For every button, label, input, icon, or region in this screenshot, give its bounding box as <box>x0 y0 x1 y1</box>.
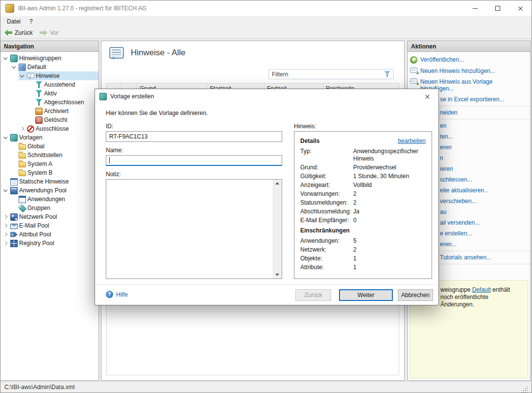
dialog-title: Vorlage erstellen <box>110 93 154 100</box>
tree-item[interactable]: Statische Hinweise <box>0 177 98 186</box>
einschraenkungen-heading: Einschränkungen <box>300 227 426 234</box>
tree-item[interactable]: Hinweise <box>0 71 98 80</box>
back-button[interactable]: Zurück <box>4 29 33 36</box>
tree-item-inner: System A <box>10 160 98 168</box>
tree-item[interactable]: Netzwerk Pool <box>0 212 98 221</box>
restriction-row-value: 1 <box>353 264 426 271</box>
tree-item[interactable]: Default <box>0 63 98 71</box>
chevron-right-icon[interactable] <box>2 222 9 229</box>
window-controls <box>464 0 532 16</box>
detail-row: Grund: Providerwechsel <box>300 164 426 171</box>
chevron-icon[interactable] <box>27 99 34 106</box>
action-link-partial-label: eren <box>440 144 452 151</box>
restriction-row-label: Objekte: <box>300 255 353 262</box>
tree-item[interactable]: System B <box>0 168 98 177</box>
filter-input[interactable]: Filtern <box>268 69 394 79</box>
tree-item[interactable]: Vorlagen <box>0 133 98 142</box>
name-input[interactable] <box>106 155 282 166</box>
chevron-icon[interactable] <box>27 81 34 88</box>
tree-item[interactable]: Abgeschlossen <box>0 98 98 107</box>
chevron-right-icon[interactable] <box>2 240 9 247</box>
tree-item[interactable]: Schnittstellen <box>0 151 98 160</box>
bearbeiten-link[interactable]: bearbeiten <box>398 138 426 144</box>
tree-item[interactable]: E-Mail Pool <box>0 221 98 230</box>
tree-item[interactable]: Gelöscht <box>0 116 98 124</box>
close-button[interactable] <box>509 0 532 16</box>
chevron-icon[interactable] <box>27 116 34 123</box>
tree-item[interactable]: Attribut Pool <box>0 230 98 239</box>
tree-item[interactable]: Gruppen <box>0 204 98 212</box>
maximize-button[interactable] <box>486 0 509 16</box>
weiter-button[interactable]: Weiter <box>339 289 393 301</box>
chevron-icon[interactable] <box>10 205 17 211</box>
tree-item[interactable]: Aktiv <box>0 89 98 98</box>
chevron-right-icon[interactable] <box>2 213 9 220</box>
chevron-icon[interactable] <box>10 169 17 176</box>
tree-item[interactable]: Hinweisgruppen <box>0 54 98 63</box>
tree-item-label: Abgeschlossen <box>44 99 84 106</box>
help-link[interactable]: Hilfe <box>106 291 128 298</box>
minimize-button[interactable] <box>464 0 486 16</box>
chevron-right-icon[interactable] <box>19 125 25 132</box>
detail-row: Gültigkeit: 1 Stunde, 30 Minuten <box>300 173 426 180</box>
action-link-partial-label: neiden <box>440 109 458 116</box>
chevron-icon[interactable] <box>27 90 34 97</box>
tree-item[interactable]: Global <box>0 142 98 151</box>
notiz-textarea[interactable] <box>106 179 282 279</box>
menu-help[interactable]: ? <box>25 17 37 26</box>
tree-item-label: Gruppen <box>27 205 50 211</box>
action-link[interactable]: Neuen Hinweis hinzufügen... <box>408 66 530 76</box>
tree-item[interactable]: System A <box>0 160 98 168</box>
detail-row-label: Abschlussmeldung: <box>300 208 353 215</box>
menu-datei[interactable]: Datei <box>2 17 25 26</box>
tree-item-inner: Archiviert <box>27 107 98 116</box>
chevron-icon[interactable] <box>27 108 34 115</box>
chevron-icon[interactable] <box>2 178 9 185</box>
bubble-icon <box>27 73 34 78</box>
chevron-icon[interactable] <box>10 196 17 203</box>
chevron-icon[interactable] <box>10 152 17 159</box>
tree-item[interactable]: Ausschlüsse <box>0 124 98 133</box>
network-icon <box>10 213 18 221</box>
id-input-value: RT-F9AC1C13 <box>109 133 147 140</box>
action-link[interactable]: Veröffentlichen... <box>408 54 530 66</box>
scroll-down-icon[interactable] <box>275 274 279 276</box>
chevron-icon[interactable] <box>10 143 17 150</box>
forward-button[interactable]: Vor <box>40 29 59 36</box>
chevron-down-icon[interactable] <box>2 134 9 141</box>
forward-button-label: Vor <box>50 29 59 36</box>
chevron-down-icon[interactable] <box>19 72 25 79</box>
notiz-scrollbar[interactable] <box>273 180 282 278</box>
resize-grip-icon[interactable] <box>521 386 528 393</box>
tree-item[interactable]: Archiviert <box>0 107 98 116</box>
chevron-down-icon[interactable] <box>10 64 17 70</box>
note-default-link[interactable]: Default <box>472 286 491 293</box>
chevron-icon[interactable] <box>10 161 17 167</box>
details-heading: Details <box>300 138 319 144</box>
restriction-row-label: Attribute: <box>300 264 353 271</box>
note-add-icon <box>410 68 417 73</box>
chevron-right-icon[interactable] <box>2 231 9 238</box>
tree-item[interactable]: Registry Pool <box>0 239 98 248</box>
tree-item[interactable]: Anwendungs Pool <box>0 186 98 195</box>
tree-item-label: Anwendungs Pool <box>19 187 67 194</box>
filter-icon <box>35 81 43 89</box>
dialog-close-button[interactable] <box>416 89 438 104</box>
chevron-down-icon[interactable] <box>2 55 9 62</box>
detail-row-label: Vorwarnungen: <box>300 190 353 198</box>
restriction-row: Anwendungen: 5 <box>300 237 426 245</box>
archive-icon <box>35 108 43 115</box>
folder-icon <box>19 153 26 159</box>
statusbar: C:\IBI-aws\Admin\Data.xml <box>0 381 532 393</box>
grid-icon <box>10 240 18 247</box>
tree-item[interactable]: Ausstehend <box>0 80 98 89</box>
abbrechen-button[interactable]: Abbrechen <box>398 289 433 301</box>
tree-item-inner: Anwendungs Pool <box>2 186 98 195</box>
zurueck-button[interactable]: Zurück <box>295 289 331 301</box>
chevron-down-icon[interactable] <box>2 187 9 194</box>
id-input[interactable]: RT-F9AC1C13 <box>106 131 282 142</box>
filter-funnel-icon[interactable] <box>384 71 390 77</box>
scroll-up-icon[interactable] <box>275 182 279 185</box>
tree-item[interactable]: Anwendungen <box>0 195 98 204</box>
minimize-icon <box>473 8 478 9</box>
